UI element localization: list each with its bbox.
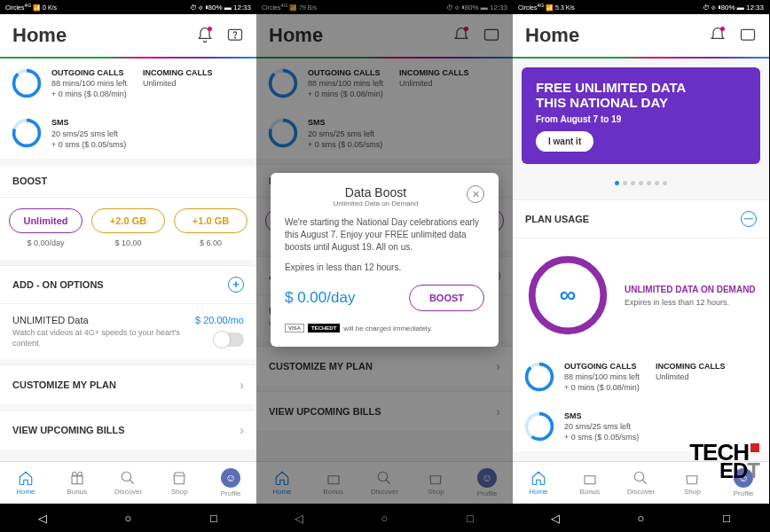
- promo-headline: FREE UNLIMITED DATATHIS NATIONAL DAY: [536, 80, 746, 111]
- app-header: Home: [0, 14, 256, 59]
- nav-profile[interactable]: ☺Profile: [718, 462, 769, 504]
- back-button[interactable]: ◁: [548, 511, 562, 525]
- addon-item-title: UNLIMITED Data: [12, 315, 186, 325]
- addon-item-desc: Watch cat videos at 4G+ speeds to your h…: [12, 328, 186, 348]
- recent-button[interactable]: □: [463, 511, 477, 525]
- modal-body: We're starting the National Day celebrat…: [285, 216, 484, 254]
- nav-profile[interactable]: ☺Profile: [461, 462, 513, 504]
- nav-home[interactable]: Home: [256, 462, 308, 504]
- svg-point-3: [14, 71, 40, 97]
- boost-2gb[interactable]: +2.0 GB$ 10.00: [91, 208, 165, 247]
- unlimited-ring: ∞: [525, 253, 610, 338]
- infinity-icon: ∞: [525, 253, 610, 338]
- back-button[interactable]: ◁: [35, 511, 50, 525]
- status-bar: Circles4G 📶 5.3 K/s ⏱ ⊘ ▮80% ▬ 12:33: [513, 0, 769, 14]
- ring-icon: [11, 67, 43, 99]
- notifications-icon[interactable]: [709, 27, 727, 44]
- help-icon[interactable]: [739, 27, 757, 44]
- recent-button[interactable]: □: [719, 511, 734, 525]
- system-nav: ◁ ○ □: [0, 504, 256, 532]
- home-button[interactable]: ○: [633, 511, 648, 525]
- svg-point-14: [379, 472, 389, 481]
- bottom-nav: Home Bonus Discover Shop ☺Profile: [256, 461, 513, 504]
- help-icon[interactable]: [226, 27, 244, 44]
- chevron-right-icon: ›: [240, 378, 244, 392]
- svg-rect-8: [485, 29, 499, 40]
- svg-point-1: [235, 37, 236, 38]
- boost-1gb[interactable]: +1.0 GB$ 6.00: [174, 208, 248, 247]
- data-boost-modal: Data Boost Unlimited Data on Demand ✕ We…: [271, 173, 499, 347]
- plus-icon[interactable]: +: [228, 277, 244, 293]
- back-button[interactable]: ◁: [292, 511, 306, 525]
- phone-screen-1: Circles4G 📶 0 K/s ⏱ ⊘ ▮80% ▬ 12:33 Home …: [0, 0, 256, 532]
- bottom-nav: Home Bonus Discover Shop ☺Profile: [513, 461, 769, 504]
- notifications-icon: [452, 27, 470, 44]
- svg-point-11: [271, 121, 296, 146]
- sms-label: SMS: [51, 117, 126, 128]
- recent-button[interactable]: □: [207, 511, 221, 525]
- svg-rect-13: [328, 476, 339, 484]
- promo-cta-button[interactable]: I want it: [536, 131, 593, 152]
- modal-expire: Expires in less than 12 hours.: [285, 262, 484, 272]
- modal-footer: VISA TECHEDT will be charged immediately…: [285, 324, 484, 332]
- visa-badge: VISA: [285, 324, 304, 332]
- nav-shop[interactable]: Shop: [153, 462, 205, 504]
- nav-bonus[interactable]: Bonus: [308, 462, 359, 504]
- main-content: OUTGOING CALLS 88 mins/100 mins left + 0…: [0, 59, 256, 461]
- nav-profile[interactable]: ☺Profile: [205, 462, 256, 504]
- boost-button[interactable]: BOOST: [409, 285, 484, 311]
- incoming-label: INCOMING CALLS: [143, 67, 213, 78]
- nav-home[interactable]: Home: [513, 462, 564, 504]
- svg-point-23: [635, 472, 645, 481]
- chevron-right-icon: ›: [240, 423, 244, 437]
- app-header: Home: [256, 14, 513, 59]
- boost-options: Unlimited$ 0.00/day +2.0 GB$ 10.00 +1.0 …: [0, 198, 256, 260]
- addon-section-title[interactable]: ADD - ON OPTIONS+: [0, 265, 256, 304]
- customize-plan-link[interactable]: CUSTOMIZE MY PLAN›: [0, 364, 256, 404]
- nav-discover[interactable]: Discover: [616, 462, 667, 504]
- close-icon[interactable]: ✕: [467, 185, 484, 203]
- usage-sms-row: SMS 20 sms/25 sms left + 0 sms ($ 0.05/s…: [0, 108, 256, 158]
- usage-outgoing-row: OUTGOING CALLS 88 mins/100 mins left + 0…: [0, 59, 256, 108]
- boost-unlimited[interactable]: Unlimited$ 0.00/day: [9, 208, 82, 247]
- promo-banner[interactable]: FREE UNLIMITED DATATHIS NATIONAL DAY Fro…: [522, 67, 760, 164]
- phone-screen-2: Circles4G 📶 79 B/s ⏱ ⊘ ▮80% ▬ 12:33 Home…: [256, 0, 513, 532]
- status-carrier: Circles4G 📶 0 K/s: [5, 3, 57, 12]
- home-button[interactable]: ○: [377, 511, 391, 525]
- nav-discover[interactable]: Discover: [359, 462, 411, 504]
- page-title: Home: [12, 24, 67, 47]
- plan-expire: Expires in less than 12 hours.: [625, 298, 756, 307]
- promo-dates: From August 7 to 19: [536, 114, 746, 124]
- plan-usage-title[interactable]: PLAN USAGE: [513, 200, 769, 239]
- nav-home[interactable]: Home: [0, 462, 51, 504]
- page-title: Home: [525, 24, 579, 47]
- svg-rect-22: [585, 476, 595, 484]
- bottom-nav: Home Bonus Discover Shop ☺Profile: [0, 461, 256, 504]
- help-icon: [483, 27, 500, 44]
- phone-screen-3: Circles4G 📶 5.3 K/s ⏱ ⊘ ▮80% ▬ 12:33 Hom…: [513, 0, 769, 532]
- nav-bonus[interactable]: Bonus: [51, 462, 103, 504]
- svg-point-7: [122, 472, 132, 481]
- ring-icon: [11, 117, 43, 149]
- modal-title: Data Boost: [285, 185, 467, 200]
- minus-icon[interactable]: [741, 211, 757, 227]
- upcoming-bills-link[interactable]: VIEW UPCOMING BILLS›: [0, 410, 256, 450]
- app-header: Home: [513, 14, 769, 59]
- svg-rect-15: [742, 29, 755, 40]
- modal-subtitle: Unlimited Data on Demand: [285, 200, 467, 207]
- notifications-icon[interactable]: [196, 27, 214, 44]
- shop-icon: [170, 470, 188, 486]
- page-title: Home: [269, 24, 323, 47]
- avatar-icon: ☺: [221, 468, 240, 488]
- nav-shop[interactable]: Shop: [666, 462, 718, 504]
- nav-bonus[interactable]: Bonus: [564, 462, 616, 504]
- techedt-badge: TECHEDT: [308, 324, 340, 332]
- svg-point-19: [527, 364, 553, 389]
- nav-discover[interactable]: Discover: [103, 462, 154, 504]
- home-button[interactable]: ○: [121, 511, 135, 525]
- svg-point-12: [271, 121, 296, 146]
- carousel-dots[interactable]: [513, 168, 769, 194]
- svg-point-9: [271, 71, 296, 97]
- addon-toggle[interactable]: [214, 332, 244, 347]
- nav-shop[interactable]: Shop: [410, 462, 461, 504]
